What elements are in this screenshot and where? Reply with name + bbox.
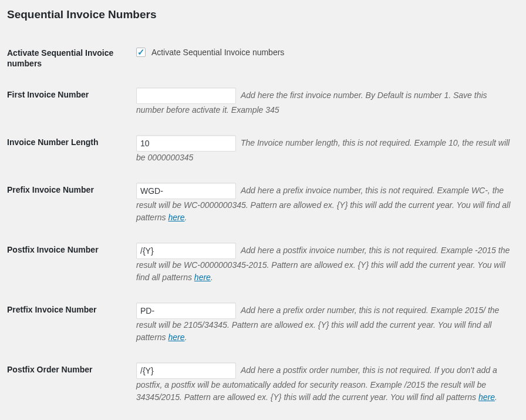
- label-length: Invoice Number Length: [7, 128, 136, 176]
- section-heading: Sequential Invoice Numbers: [7, 8, 519, 21]
- prefix-invoice-input[interactable]: [136, 183, 236, 199]
- label-pretfix-invoice: Pretfix Invoice Number: [7, 295, 136, 355]
- postfix-order-input[interactable]: [136, 362, 236, 379]
- activate-checkbox-label: Activate Sequential Invoice numbers: [151, 48, 284, 57]
- postfix-order-link[interactable]: here: [478, 392, 495, 402]
- prefix-invoice-link[interactable]: here: [168, 213, 184, 222]
- label-postfix-invoice: Postfix Invoice Number: [7, 236, 136, 295]
- settings-form-table: Activate Sequential Invoice numbers Acti…: [7, 39, 519, 420]
- pretfix-invoice-desc-end: .: [185, 332, 187, 342]
- row-prefix-invoice: Prefix Invoice Number Add here a prefix …: [7, 176, 519, 236]
- row-length: Invoice Number Length The Invoice number…: [7, 128, 519, 176]
- postfix-order-desc-end: .: [495, 392, 497, 402]
- row-postfix-order: Postfix Order Number Add here a postfix …: [7, 355, 519, 415]
- label-activate: Activate Sequential Invoice numbers: [7, 39, 136, 80]
- first-invoice-input[interactable]: [136, 88, 236, 104]
- label-postfix-order: Postfix Order Number: [7, 355, 136, 415]
- postfix-invoice-input[interactable]: [136, 243, 236, 259]
- length-input[interactable]: [136, 135, 236, 152]
- row-activate: Activate Sequential Invoice numbers Acti…: [7, 39, 519, 80]
- postfix-invoice-link[interactable]: here: [194, 273, 211, 282]
- pretfix-invoice-input[interactable]: [136, 303, 236, 319]
- row-pretfix-invoice: Pretfix Invoice Number Add here a prefix…: [7, 295, 519, 355]
- postfix-invoice-desc-end: .: [211, 273, 213, 282]
- row-first-invoice: First Invoice Number Add here the first …: [7, 80, 519, 128]
- row-reset: Reset Invoice Number If you enable Reset…: [7, 415, 519, 420]
- label-reset: Reset Invoice Number: [7, 415, 136, 420]
- pretfix-invoice-link[interactable]: here: [168, 332, 184, 342]
- activate-checkbox[interactable]: [136, 48, 146, 57]
- label-prefix-invoice: Prefix Invoice Number: [7, 176, 136, 236]
- label-first-invoice: First Invoice Number: [7, 80, 136, 128]
- prefix-invoice-desc-end: .: [185, 213, 187, 222]
- row-postfix-invoice: Postfix Invoice Number Add here a postfi…: [7, 236, 519, 295]
